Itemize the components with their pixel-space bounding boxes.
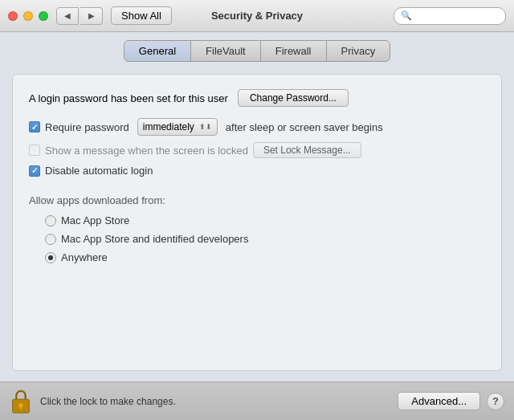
search-icon: 🔍 xyxy=(401,10,412,21)
require-password-label: Require password xyxy=(45,121,129,133)
traffic-lights xyxy=(8,11,48,21)
close-button[interactable] xyxy=(8,11,18,21)
tab-firewall[interactable]: Firewall xyxy=(261,41,327,61)
main-content: General FileVault Firewall Privacy A log… xyxy=(0,32,514,383)
change-password-button[interactable]: Change Password... xyxy=(238,89,349,107)
bottom-right-controls: Advanced... ? xyxy=(398,392,504,410)
maximize-button[interactable] xyxy=(39,11,48,21)
show-all-button[interactable]: Show All xyxy=(111,6,172,25)
disable-auto-login-row: Disable automatic login xyxy=(29,165,485,177)
allow-apps-label: Allow apps downloaded from: xyxy=(29,194,485,206)
radio-anywhere-row: Anywhere xyxy=(29,251,485,263)
titlebar: ◀ ▶ Show All Security & Privacy 🔍 xyxy=(0,0,514,32)
dropdown-value: immediately xyxy=(143,121,194,133)
radio-anywhere[interactable] xyxy=(45,252,56,263)
radio-mac-app-store-identified-row: Mac App Store and identified developers xyxy=(29,233,485,245)
show-message-label: Show a message when the screen is locked xyxy=(45,145,248,157)
svg-rect-2 xyxy=(20,405,22,409)
window-title: Security & Privacy xyxy=(211,10,303,22)
after-sleep-label: after sleep or screen saver begins xyxy=(226,121,383,133)
show-message-checkbox[interactable] xyxy=(29,145,40,156)
password-timing-dropdown[interactable]: immediately ⬆⬇ xyxy=(137,118,218,136)
require-password-row: Require password immediately ⬆⬇ after sl… xyxy=(29,118,485,136)
disable-auto-login-label: Disable automatic login xyxy=(45,165,153,177)
allow-apps-section: Allow apps downloaded from: Mac App Stor… xyxy=(29,194,485,263)
tabs-container: General FileVault Firewall Privacy xyxy=(12,40,502,62)
password-info-text: A login password has been set for this u… xyxy=(29,92,228,104)
bottom-bar: Click the lock to make changes. Advanced… xyxy=(0,381,514,420)
set-lock-message-button[interactable]: Set Lock Message... xyxy=(253,142,361,158)
tab-filevault[interactable]: FileVault xyxy=(191,41,261,61)
lock-text: Click the lock to make changes. xyxy=(40,396,176,407)
tab-general[interactable]: General xyxy=(124,41,191,61)
radio-mac-app-store-label: Mac App Store xyxy=(61,214,129,226)
radio-mac-app-store-identified-label: Mac App Store and identified developers xyxy=(61,233,248,245)
tabs: General FileVault Firewall Privacy xyxy=(124,40,390,62)
require-password-checkbox[interactable] xyxy=(29,121,40,133)
radio-mac-app-store-row: Mac App Store xyxy=(29,214,485,226)
radio-mac-app-store[interactable] xyxy=(45,215,56,226)
password-info-row: A login password has been set for this u… xyxy=(29,89,485,107)
minimize-button[interactable] xyxy=(23,11,33,21)
lock-icon[interactable] xyxy=(10,389,32,414)
disable-auto-login-checkbox[interactable] xyxy=(29,165,40,177)
radio-anywhere-label: Anywhere xyxy=(61,251,108,263)
back-button[interactable]: ◀ xyxy=(56,7,79,25)
search-input[interactable] xyxy=(415,10,499,22)
radio-mac-app-store-identified[interactable] xyxy=(45,234,56,245)
general-panel: A login password has been set for this u… xyxy=(12,74,502,371)
help-button[interactable]: ? xyxy=(487,393,504,410)
forward-button[interactable]: ▶ xyxy=(80,7,103,25)
tab-privacy[interactable]: Privacy xyxy=(327,41,390,61)
advanced-button[interactable]: Advanced... xyxy=(398,392,480,410)
show-message-row: Show a message when the screen is locked… xyxy=(29,142,485,158)
nav-buttons: ◀ ▶ xyxy=(56,7,103,25)
search-box[interactable]: 🔍 xyxy=(394,7,506,25)
dropdown-arrow-icon: ⬆⬇ xyxy=(199,123,212,131)
